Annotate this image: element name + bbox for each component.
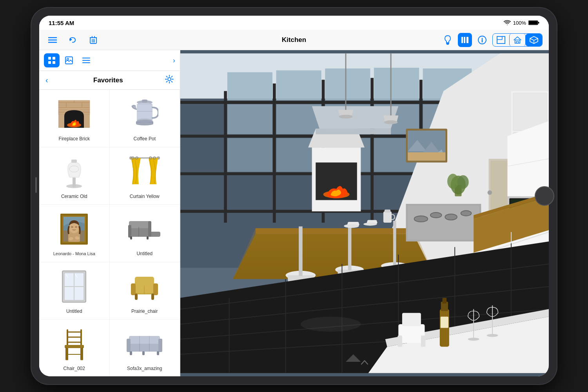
- svg-point-191: [445, 214, 457, 220]
- sidebar-tab-list[interactable]: [78, 53, 94, 67]
- undo-button[interactable]: [66, 33, 80, 47]
- items-grid: Fireplace Brick: [39, 90, 180, 376]
- svg-rect-258: [408, 152, 445, 161]
- item-label-window: Untitled: [66, 309, 82, 315]
- svg-point-190: [430, 212, 442, 218]
- threed-button[interactable]: [526, 34, 542, 46]
- item-image-sofa-gray: [125, 209, 164, 249]
- svg-rect-180: [316, 129, 391, 134]
- status-time: 11:55 AM: [49, 20, 74, 26]
- svg-rect-53: [137, 105, 152, 120]
- svg-rect-51: [142, 100, 147, 103]
- list-item[interactable]: Coffee Pot: [110, 90, 180, 147]
- item-image-chair: [54, 324, 94, 363]
- menu-button[interactable]: [45, 33, 60, 47]
- item-label-curtain: Curtain Yellow: [130, 194, 160, 200]
- svg-rect-121: [130, 351, 132, 355]
- item-image-fireplace: [54, 94, 94, 134]
- house-button[interactable]: [509, 34, 526, 46]
- sidebar-expand-button[interactable]: ›: [173, 56, 175, 65]
- lightbulb-icon[interactable]: [441, 33, 455, 47]
- svg-rect-60: [73, 178, 76, 187]
- sidebar: › ‹ Favorites: [39, 50, 180, 376]
- svg-rect-85: [148, 221, 151, 237]
- svg-rect-99: [135, 294, 138, 300]
- svg-rect-97: [131, 283, 136, 295]
- info-icon[interactable]: [475, 33, 489, 47]
- svg-point-192: [461, 211, 472, 216]
- item-image-ceramic: [54, 152, 94, 191]
- svg-rect-122: [157, 351, 159, 355]
- svg-rect-98: [153, 283, 158, 295]
- svg-rect-120: [158, 339, 162, 352]
- sidebar-tab-grid[interactable]: [44, 53, 60, 67]
- floorplan-button[interactable]: [493, 34, 509, 46]
- svg-rect-166: [299, 227, 303, 276]
- svg-rect-22: [497, 36, 505, 44]
- sidebar-tab-image[interactable]: [61, 53, 77, 67]
- sidebar-back-button[interactable]: ‹: [45, 76, 48, 85]
- svg-rect-143: [227, 138, 272, 172]
- item-image-painting: [54, 209, 94, 249]
- svg-marker-6: [70, 38, 72, 41]
- delete-button[interactable]: [86, 33, 100, 47]
- item-image-coffeepot: [125, 94, 164, 134]
- svg-rect-237: [402, 313, 421, 326]
- battery-text: 100%: [513, 20, 526, 26]
- svg-rect-108: [65, 345, 84, 348]
- svg-rect-1: [529, 21, 537, 24]
- list-item[interactable]: Ceramic Old: [39, 147, 110, 205]
- svg-point-78: [75, 226, 77, 228]
- list-item[interactable]: Leonardo - Mona Lisa: [39, 205, 110, 262]
- battery-icon: [528, 20, 539, 25]
- item-label-sofa3x: Sofa3x_amazing: [127, 366, 162, 372]
- view-3d[interactable]: [180, 50, 549, 376]
- item-label-chair: Chair_002: [64, 366, 85, 372]
- svg-point-156: [488, 190, 492, 195]
- svg-rect-81: [129, 227, 151, 237]
- nav-title: Kitchen: [213, 36, 376, 44]
- expand-arrow[interactable]: [360, 359, 369, 368]
- main-content: › ‹ Favorites: [39, 50, 549, 376]
- list-item[interactable]: Untitled: [39, 262, 110, 320]
- svg-point-189: [414, 216, 428, 222]
- item-image-window: [54, 267, 94, 306]
- list-item[interactable]: Prairie_chair: [110, 262, 180, 320]
- sidebar-settings-button[interactable]: [165, 75, 174, 85]
- item-image-curtain: [125, 152, 164, 191]
- list-item[interactable]: Sofa3x_amazing: [110, 319, 180, 376]
- svg-point-21: [482, 38, 483, 39]
- svg-point-250: [447, 174, 459, 189]
- svg-rect-29: [48, 57, 51, 60]
- home-button[interactable]: [535, 186, 554, 206]
- device-screen: 11:55 AM 100%: [39, 16, 549, 376]
- list-item[interactable]: Curtain Yellow: [110, 147, 180, 205]
- svg-point-77: [71, 226, 73, 228]
- svg-rect-137: [227, 104, 272, 134]
- sidebar-header: ‹ Favorites: [39, 71, 180, 90]
- item-label-ceramic: Ceramic Old: [61, 194, 87, 200]
- sidebar-title: Favorites: [51, 76, 165, 84]
- svg-rect-31: [48, 61, 51, 64]
- list-item[interactable]: Untitled: [110, 205, 180, 262]
- svg-rect-123: [142, 351, 145, 355]
- volume-button[interactable]: [35, 177, 37, 193]
- svg-rect-17: [464, 37, 465, 43]
- nav-right: [380, 33, 543, 47]
- svg-rect-116: [129, 344, 160, 352]
- svg-point-183: [339, 115, 353, 119]
- svg-point-233: [468, 338, 479, 341]
- item-image-sofa3x: [125, 324, 164, 363]
- svg-point-38: [168, 78, 171, 81]
- svg-rect-61: [71, 160, 77, 163]
- svg-point-251: [457, 175, 469, 189]
- item-label-coffeepot: Coffee Pot: [134, 136, 156, 142]
- svg-rect-239: [421, 336, 426, 347]
- library-icon[interactable]: [458, 33, 472, 47]
- list-item[interactable]: Chair_002: [39, 319, 110, 376]
- svg-rect-231: [441, 317, 448, 328]
- svg-rect-30: [53, 57, 55, 60]
- svg-point-58: [136, 122, 153, 125]
- list-item[interactable]: Fireplace Brick: [39, 90, 110, 147]
- svg-rect-148: [227, 72, 272, 100]
